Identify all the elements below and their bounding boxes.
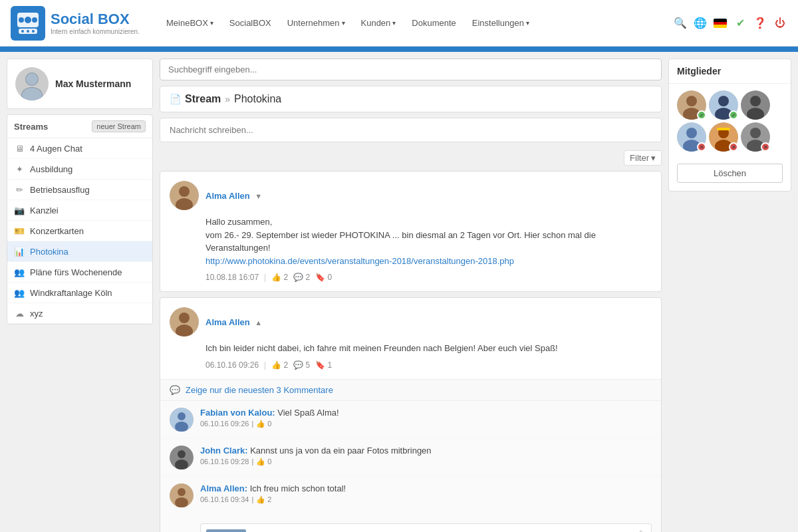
member-item[interactable]: ✓ [677, 90, 706, 120]
svg-point-41 [686, 96, 697, 106]
logo-icon [11, 6, 45, 41]
compose-bar [160, 118, 662, 142]
sidebar-item-label: Pläne fürs Wochenende [30, 267, 122, 277]
member-status-icon: ✕ [697, 142, 706, 152]
center-content: 📄 Stream » Photokina Filter ▾ [160, 59, 662, 532]
help-icon[interactable]: ❓ [753, 16, 767, 31]
attachment-thumbnail [206, 529, 246, 533]
post-likes[interactable]: 👍 2 [271, 360, 288, 370]
user-name: Max Mustermann [55, 78, 131, 89]
top-icons: 🔍 🌐 ✔ ❓ ⏻ [673, 16, 787, 31]
streams-panel: Streams neuer Stream 🖥 4 Augen Chat ✦ Au… [7, 114, 153, 325]
member-status-icon: ✕ [729, 142, 738, 152]
post-meta: 06.10.16 09:26 | 👍 2 💬 5 🔖 1 [205, 360, 652, 370]
search-bar-wrap [160, 59, 662, 80]
sidebar-item-xyz[interactable]: ☁ xyz [7, 303, 152, 324]
nav-einstellungen[interactable]: Einstellungen ▾ [466, 13, 536, 33]
sidebar-item-konzert[interactable]: 🎫 Konzertkarten [7, 221, 152, 241]
nav-meinebox[interactable]: MeineBOX ▾ [160, 13, 220, 33]
svg-point-1 [25, 17, 31, 23]
comment-likes[interactable]: 👍 2 [256, 495, 271, 504]
show-more-comments[interactable]: 💬 Zeige nur die neuesten 3 Kommentare [160, 379, 661, 400]
comment-likes[interactable]: 👍 0 [256, 420, 271, 428]
member-item[interactable]: ✓ [709, 90, 738, 120]
post-avatar [170, 307, 199, 336]
sidebar-item-kanzlei[interactable]: 📷 Kanzlei [7, 200, 152, 221]
post-bookmarks[interactable]: 🔖 0 [315, 273, 332, 282]
svg-point-13 [179, 186, 190, 197]
comment-meta: 06.10.16 09:26 | 👍 0 [200, 420, 652, 428]
breadcrumb-separator: » [225, 94, 230, 104]
post-link[interactable]: http://www.photokina.de/events/veranstal… [205, 256, 514, 266]
breadcrumb-stream[interactable]: Stream [185, 93, 221, 105]
comment-avatar [170, 446, 194, 469]
post-direction-icon: ▼ [255, 192, 262, 200]
post-likes[interactable]: 👍 2 [271, 273, 288, 282]
nav-kunden[interactable]: Kunden ▾ [354, 13, 403, 33]
post-2: Alma Allen ▲ Ich bin leider nicht dabei,… [160, 297, 662, 532]
svg-point-44 [718, 96, 729, 106]
status-icon[interactable]: ✔ [733, 16, 747, 31]
post-date: 10.08.18 16:07 [205, 273, 259, 282]
svg-point-25 [178, 488, 186, 496]
sidebar-item-label: xyz [30, 309, 43, 319]
comment-likes[interactable]: 👍 0 [256, 458, 271, 466]
member-status-icon: ✓ [729, 110, 738, 120]
post-bookmarks[interactable]: 🔖 1 [315, 360, 332, 370]
nav-unternehmen[interactable]: Unternehmen ▾ [281, 13, 352, 33]
comment-date: 06.10.16 09:26 [200, 420, 249, 428]
nav-dokumente[interactable]: Dokumente [405, 13, 462, 33]
comment-body: Alma Allen: Ich freu mich schon total! 0… [200, 483, 652, 507]
sidebar-item-plaene[interactable]: 👥 Pläne fürs Wochenende [7, 262, 152, 283]
globe-icon[interactable]: 🌐 [693, 16, 708, 31]
search-icon[interactable]: 🔍 [673, 16, 688, 31]
cloud-icon: ☁ [14, 308, 25, 319]
chat-bubble-icon: 💬 [170, 385, 180, 395]
logo-text: Social BOX Intern einfach kommunizieren. [51, 11, 140, 35]
filter-button[interactable]: Filter ▾ [624, 150, 662, 166]
compose-input[interactable] [170, 125, 652, 135]
post-date: 06.10.16 09:26 [205, 360, 259, 370]
comment-author[interactable]: Alma Allen: [200, 483, 247, 493]
sidebar-item-betrieb[interactable]: ✏ Betriebsausflug [7, 180, 152, 200]
comment-author[interactable]: John Clark: [200, 446, 248, 456]
svg-point-57 [750, 128, 761, 138]
logo: Social BOX Intern einfach kommunizieren. [11, 6, 140, 41]
sidebar-item-windkraft[interactable]: 👥 Windkraftanlage Köln [7, 283, 152, 303]
nav-socialbox[interactable]: SocialBOX [223, 13, 278, 33]
member-item[interactable]: ✕ [709, 122, 738, 152]
sidebar-item-ausbildung[interactable]: ✦ Ausbildung [7, 159, 152, 180]
search-input[interactable] [160, 59, 662, 80]
power-icon[interactable]: ⏻ [773, 16, 787, 31]
post-1: Alma Allen ▼ Hallo zusammen, vom 26.- 29… [160, 171, 662, 292]
members-panel: Mitglieder ✓ [668, 59, 791, 192]
sidebar-item-photokina[interactable]: 📊 Photokina [7, 241, 152, 262]
member-item[interactable]: ✕ [677, 122, 706, 152]
post-author[interactable]: Alma Allen [205, 191, 250, 201]
camera-icon: 📷 [14, 205, 25, 215]
sidebar: Max Mustermann Streams neuer Stream 🖥 4 … [7, 59, 153, 532]
sidebar-item-label: Betriebsausflug [30, 185, 90, 195]
member-item[interactable] [741, 90, 770, 120]
sidebar-item-label: Kanzlei [30, 205, 59, 215]
users-icon2: 👥 [14, 287, 25, 298]
post-header: Alma Allen ▼ [170, 181, 652, 210]
member-item[interactable]: ✕ [741, 122, 770, 152]
comment-meta: 06.10.16 09:28 | 👍 0 [200, 458, 652, 466]
comment-text: Ich freu mich schon total! [250, 483, 346, 493]
pencil-icon: ✏ [14, 184, 25, 195]
post-comments[interactable]: 💬 2 [293, 273, 310, 282]
comment-date: 06.10.16 09:28 [200, 458, 249, 466]
ticket-icon: 🎫 [14, 225, 25, 236]
flag-icon[interactable] [713, 16, 728, 31]
comment-author[interactable]: Fabian von Kalou: [200, 408, 275, 418]
sidebar-item-label: Photokina [30, 247, 68, 257]
delete-button[interactable]: Löschen [677, 164, 783, 183]
post-comments[interactable]: 💬 5 [293, 360, 310, 370]
post-author[interactable]: Alma Allen [205, 317, 250, 327]
delete-attachment-icon[interactable]: 🗑 [636, 529, 646, 533]
sidebar-item-4augen[interactable]: 🖥 4 Augen Chat [7, 138, 152, 159]
comment-item: John Clark: Kannst uns ja von da ein paa… [160, 439, 661, 477]
new-stream-button[interactable]: neuer Stream [92, 120, 146, 132]
member-avatar [741, 90, 770, 120]
